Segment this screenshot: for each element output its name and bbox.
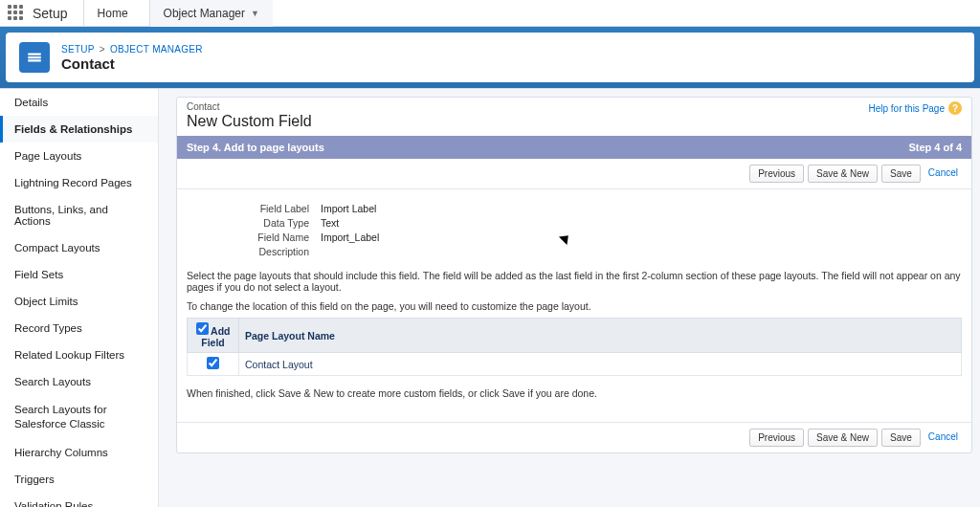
wizard-title: New Custom Field [187,113,312,130]
step-bar: Step 4. Add to page layouts Step 4 of 4 [177,136,971,159]
help-link-label: Help for this Page [869,103,946,114]
field-label-lbl: Field Label [187,203,321,214]
page-header-card: SETUP > OBJECT MANAGER Contact [6,33,974,82]
page-layouts-table: Add Field Page Layout Name Contact Layou… [187,318,962,376]
finish-note: When finished, click Save & New to creat… [177,376,971,422]
sidebar-item-details[interactable]: Details [0,89,158,116]
sidebar-item-search-layouts[interactable]: Search Layouts [0,368,158,395]
main-layout: Details Fields & Relationships Page Layo… [0,88,980,507]
sidebar-scrollbar[interactable] [159,89,167,507]
field-summary: Field Label Import Label Data Type Text … [177,189,971,270]
app-launcher-icon[interactable] [8,5,25,22]
sidebar-item-field-sets[interactable]: Field Sets [0,261,158,288]
sidebar-item-object-limits[interactable]: Object Limits [0,288,158,315]
save-button[interactable]: Save [881,165,921,183]
page-title: Contact [61,55,203,72]
step-title: Step 4. Add to page layouts [187,142,324,153]
sidebar-item-compact-layouts[interactable]: Compact Layouts [0,234,158,261]
data-type-lbl: Data Type [187,217,321,229]
previous-button[interactable]: Previous [749,165,804,183]
field-label-val: Import Label [321,203,376,214]
button-row-bottom: Previous Save & New Save Cancel [177,422,971,452]
sidebar-item-related-lookup[interactable]: Related Lookup Filters [0,342,158,368]
breadcrumb: SETUP > OBJECT MANAGER [61,44,203,55]
field-name-lbl: Field Name [187,231,321,243]
help-link[interactable]: Help for this Page ? [869,101,963,115]
table-row: Contact Layout [188,353,962,376]
instruction-2: To change the location of this field on … [177,300,971,312]
tab-home-label: Home [98,7,128,20]
content-area: Contact New Custom Field Help for this P… [167,89,980,507]
wizard-context: Contact [187,101,312,112]
previous-button-bottom[interactable]: Previous [749,429,804,447]
save-button-bottom[interactable]: Save [881,429,921,447]
save-new-button-bottom[interactable]: Save & New [808,429,878,447]
sidebar-item-search-layouts-classic[interactable]: Search Layouts for Salesforce Classic [0,395,158,439]
select-all-checkbox[interactable] [196,322,209,335]
instruction-1: Select the page layouts that should incl… [177,270,971,293]
tab-object-manager[interactable]: Object Manager ▼ [149,0,273,27]
breadcrumb-object-manager[interactable]: OBJECT MANAGER [110,44,203,55]
cancel-link-bottom[interactable]: Cancel [924,429,962,447]
sidebar-item-triggers[interactable]: Triggers [0,466,158,493]
page-header-bar: SETUP > OBJECT MANAGER Contact [0,27,980,88]
cancel-link[interactable]: Cancel [924,165,962,183]
sidebar-item-fields[interactable]: Fields & Relationships [0,116,158,143]
sidebar-item-page-layouts[interactable]: Page Layouts [0,143,158,169]
data-type-val: Text [321,217,339,229]
field-name-val: Import_Label [321,231,379,243]
row-checkbox[interactable] [207,357,219,369]
tab-object-manager-label: Object Manager [164,7,245,20]
chevron-down-icon: ▼ [251,9,259,18]
save-new-button[interactable]: Save & New [808,165,878,183]
wizard-panel: Contact New Custom Field Help for this P… [176,97,972,453]
step-counter: Step 4 of 4 [908,142,962,153]
setup-label: Setup [33,6,76,21]
sidebar: Details Fields & Relationships Page Layo… [0,89,159,507]
tab-home[interactable]: Home [83,0,142,27]
col-page-layout-name: Page Layout Name [239,319,962,353]
help-icon: ? [948,101,962,115]
sidebar-item-buttons-links[interactable]: Buttons, Links, and Actions [0,196,158,234]
breadcrumb-setup[interactable]: SETUP [61,44,95,55]
object-icon [19,42,50,73]
button-row-top: Previous Save & New Save Cancel [177,159,971,189]
top-nav: Setup Home Object Manager ▼ [0,0,980,27]
sidebar-item-lightning-pages[interactable]: Lightning Record Pages [0,169,158,196]
row-layout-name[interactable]: Contact Layout [239,353,962,376]
sidebar-item-validation-rules[interactable]: Validation Rules [0,493,158,507]
sidebar-item-record-types[interactable]: Record Types [0,315,158,342]
sidebar-item-hierarchy-columns[interactable]: Hierarchy Columns [0,439,158,466]
description-lbl: Description [187,246,321,257]
col-add-field: Add Field [188,319,239,353]
